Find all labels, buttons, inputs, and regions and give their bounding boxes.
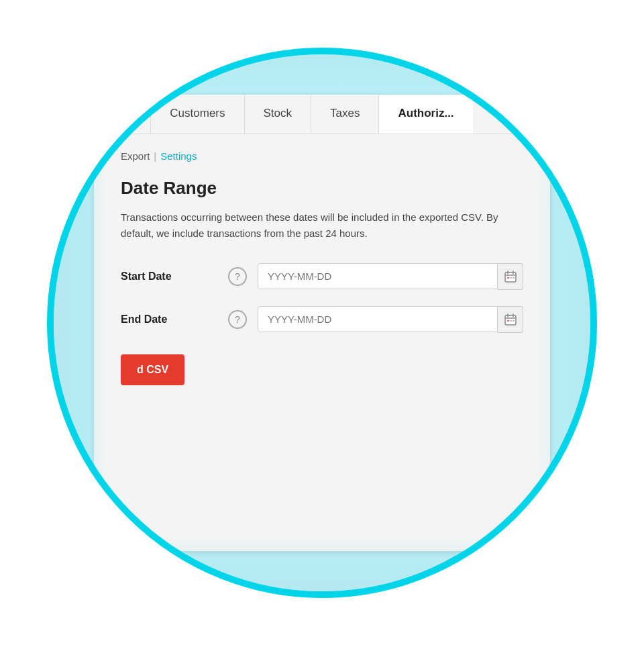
- tab-authoriz[interactable]: Authoriz...: [379, 95, 472, 134]
- calendar-icon: [504, 270, 517, 283]
- download-csv-button[interactable]: d CSV: [121, 354, 184, 385]
- breadcrumb-export: Export: [121, 150, 150, 162]
- tab-customers[interactable]: Customers: [151, 95, 244, 134]
- svg-rect-13: [513, 320, 515, 321]
- calendar-icon-end: [504, 313, 517, 326]
- breadcrumb-separator: |: [154, 150, 156, 162]
- tab-taxes[interactable]: Taxes: [311, 95, 379, 134]
- svg-rect-4: [507, 277, 509, 279]
- start-date-label: Start Date: [121, 270, 228, 283]
- start-date-row: Start Date ?: [121, 263, 523, 290]
- start-date-input-wrapper: [258, 263, 523, 290]
- start-date-input[interactable]: [258, 263, 498, 289]
- section-title: Date Range: [121, 178, 523, 199]
- end-date-label: End Date: [121, 313, 228, 326]
- svg-rect-11: [507, 320, 509, 321]
- end-date-help-icon[interactable]: ?: [228, 310, 247, 329]
- start-date-calendar-button[interactable]: [498, 263, 523, 290]
- svg-rect-5: [510, 277, 512, 279]
- end-date-input-wrapper: [258, 306, 523, 333]
- tab-stock[interactable]: Stock: [245, 95, 312, 134]
- end-date-row: End Date ?: [121, 306, 523, 333]
- main-content-panel: ...rs Customers Stock Taxes Authoriz... …: [94, 95, 550, 551]
- breadcrumb-settings[interactable]: Settings: [160, 150, 197, 162]
- breadcrumb: Export | Settings: [121, 150, 523, 162]
- svg-rect-6: [513, 277, 515, 279]
- tabs-bar: ...rs Customers Stock Taxes Authoriz...: [94, 95, 550, 134]
- circle-frame: ...rs Customers Stock Taxes Authoriz... …: [47, 48, 597, 598]
- tab-orders[interactable]: ...rs: [94, 95, 151, 134]
- edge-blur-top: [54, 54, 590, 95]
- content-area: Export | Settings Date Range Transaction…: [94, 134, 550, 401]
- section-description: Transactions occurring between these dat…: [121, 209, 523, 242]
- svg-rect-12: [510, 320, 512, 321]
- end-date-calendar-button[interactable]: [498, 306, 523, 333]
- end-date-input[interactable]: [258, 306, 498, 332]
- start-date-help-icon[interactable]: ?: [228, 267, 247, 286]
